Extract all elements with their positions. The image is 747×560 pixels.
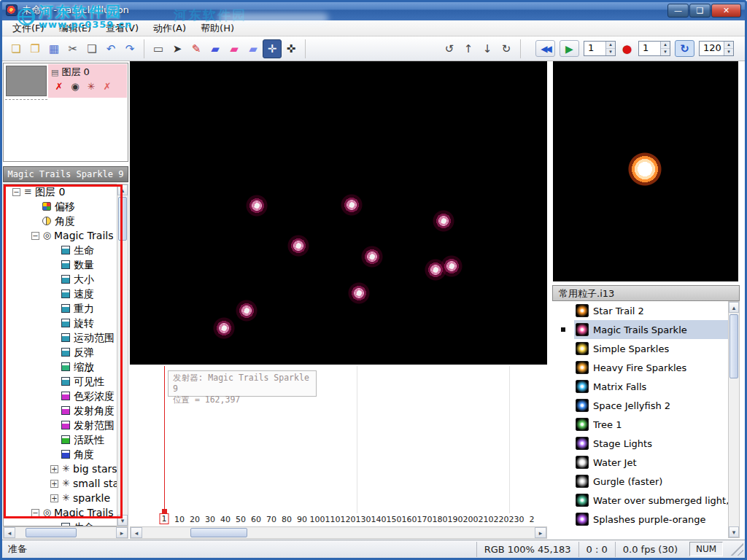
timeline-ruler[interactable]: 1102030405060708090100110120130140150160…	[130, 512, 547, 525]
title-bar[interactable]: 未命名 - particleIllusion —❑✕	[0, 0, 747, 20]
minimize-button[interactable]: —	[667, 4, 689, 18]
layer-x-icon[interactable]: ✗	[51, 81, 67, 92]
library-item[interactable]: Matrix Falls	[552, 377, 728, 396]
tree-item[interactable]: +✳big stars	[4, 462, 128, 476]
close-button[interactable]: ✕	[711, 4, 741, 18]
library-item[interactable]: Water over submerged light, c	[552, 491, 728, 510]
scroll-up-arrow[interactable]: ▴	[729, 302, 739, 313]
ruler-label[interactable]: 120	[341, 515, 356, 524]
open-button[interactable]: ❐	[26, 39, 44, 58]
scroll-left-arrow[interactable]: ◂	[4, 527, 15, 538]
collapse-icon[interactable]: −	[31, 509, 39, 517]
stage-canvas[interactable]	[130, 61, 547, 365]
ruler-label[interactable]: 110	[325, 515, 341, 524]
scroll-thumb[interactable]	[118, 197, 127, 241]
library-item[interactable]: Water Jet	[552, 453, 728, 472]
tree-item[interactable]: 旋转	[4, 316, 128, 330]
rotate-right-button[interactable]: ↻	[497, 39, 516, 58]
library-item[interactable]: Tree 1	[552, 415, 728, 434]
ruler-label[interactable]: 60	[251, 515, 261, 524]
playhead-line[interactable]	[164, 366, 165, 515]
move-up-button[interactable]: ↑	[459, 39, 478, 58]
library-item[interactable]: Space Jellyfish 2	[552, 396, 728, 415]
ruler-label[interactable]: 230	[509, 515, 525, 524]
tree-item[interactable]: +✳small stars	[4, 476, 128, 491]
expand-icon[interactable]: +	[50, 480, 58, 488]
layer-target-icon[interactable]: ◉	[67, 81, 83, 92]
copy-button[interactable]: ❏	[82, 39, 101, 58]
pencil-tool[interactable]: ✎	[187, 39, 206, 58]
tree-item[interactable]: 缩放	[4, 359, 128, 374]
ruler-label[interactable]: 150	[387, 515, 402, 524]
play-button[interactable]: ▶	[560, 40, 579, 57]
select-tool[interactable]: ➤	[168, 39, 187, 58]
ruler-label[interactable]: 2	[530, 515, 535, 524]
record-indicator[interactable]: ●	[622, 42, 632, 55]
scroll-right-arrow[interactable]: ▸	[535, 527, 546, 538]
ruler-label[interactable]: 200	[463, 515, 479, 524]
new-scene-button[interactable]: ❏	[7, 39, 26, 58]
redo-button[interactable]: ↷	[120, 39, 139, 58]
tree-item[interactable]: 活跃性	[4, 432, 128, 447]
ruler-label[interactable]: 170	[417, 515, 433, 524]
emitter-add-tool[interactable]: ▰	[244, 39, 263, 58]
library-item[interactable]: Magic Trails Sparkle	[552, 320, 728, 339]
crosshair-tool[interactable]: ✜	[282, 39, 301, 58]
spin-up-button[interactable]: ▴	[606, 42, 615, 49]
resize-grip[interactable]	[727, 542, 743, 556]
undo-button[interactable]: ↶	[101, 39, 120, 58]
tree-item[interactable]: +✳sparkle	[4, 491, 128, 505]
library-item[interactable]: Star Trail 2	[552, 301, 728, 320]
layer-star-icon[interactable]: ✳	[83, 81, 99, 92]
move-down-button[interactable]: ↓	[478, 39, 497, 58]
ruler-label[interactable]: 130	[356, 515, 371, 524]
rotate-left-button[interactable]: ↺	[440, 39, 459, 58]
tree-item[interactable]: 生命	[4, 520, 128, 526]
tree-item[interactable]: 偏移	[4, 199, 128, 214]
current-frame-input[interactable]: 1 ▴ ▾	[584, 41, 616, 56]
tree-item[interactable]: 生命	[4, 243, 128, 257]
spin-up-button[interactable]: ▴	[724, 42, 733, 49]
ruler-label[interactable]: 140	[371, 515, 387, 524]
tree-horizontal-scrollbar[interactable]: ◂ ▸	[3, 526, 128, 539]
collapse-icon[interactable]: −	[12, 188, 20, 196]
expand-icon[interactable]: +	[50, 465, 58, 473]
tree-item[interactable]: 发射角度	[4, 403, 128, 418]
timeline-panel[interactable]: 发射器: Magic Trails Sparkle 9 位置 = 162,397…	[130, 366, 547, 526]
scroll-down-arrow[interactable]: ▾	[729, 526, 739, 537]
rectangle-tool[interactable]: ▭	[149, 39, 168, 58]
library-item[interactable]: Heavy Fire Sparkles	[552, 358, 728, 377]
tree-item[interactable]: 发射范围	[4, 418, 128, 432]
tree-item[interactable]: 重力	[4, 301, 128, 316]
ruler-label[interactable]: 20	[190, 515, 200, 524]
maximize-button[interactable]: ❑	[689, 4, 711, 18]
tree-item[interactable]: 可见性	[4, 374, 128, 389]
loop-toggle-button[interactable]: ↻	[675, 40, 694, 57]
emitter-layer-tool[interactable]: ▰	[206, 39, 225, 58]
ruler-label[interactable]: 180	[433, 515, 448, 524]
tree-vertical-scrollbar[interactable]: ▴ ▾	[117, 184, 128, 526]
ruler-label[interactable]: 90	[297, 515, 307, 524]
ruler-label[interactable]: 220	[494, 515, 509, 524]
menu-action[interactable]: 动作(A)	[146, 20, 193, 36]
layer-x2-icon[interactable]: ✗	[99, 81, 115, 92]
cut-button[interactable]: ✂	[63, 39, 82, 58]
layer-thumbnail[interactable]	[6, 66, 47, 96]
tree-item[interactable]: 反弹	[4, 345, 128, 359]
menu-help[interactable]: 帮助(H)	[193, 20, 241, 36]
tree-item[interactable]: −≡图层 0	[4, 184, 128, 199]
ruler-label[interactable]: 160	[402, 515, 417, 524]
emitter-layer-pink-tool[interactable]: ▰	[225, 39, 244, 58]
move-tool[interactable]: ✛	[263, 39, 282, 58]
spin-down-button[interactable]: ▾	[724, 49, 733, 55]
tree-item[interactable]: 大小	[4, 272, 128, 287]
emitter-panel-title[interactable]: Magic Trails Sparkle 9	[3, 166, 128, 182]
tree-item[interactable]: −◎Magic Trails Sp	[4, 228, 128, 243]
end-frame-input[interactable]: 120 ▴ ▾	[699, 41, 734, 56]
tree-item[interactable]: 数量	[4, 257, 128, 272]
expand-icon[interactable]: +	[50, 494, 58, 502]
ruler-label[interactable]: 70	[266, 515, 276, 524]
tree-item[interactable]: 角度	[4, 447, 128, 462]
spin-down-button[interactable]: ▾	[606, 49, 615, 55]
ruler-label[interactable]: 50	[236, 515, 246, 524]
